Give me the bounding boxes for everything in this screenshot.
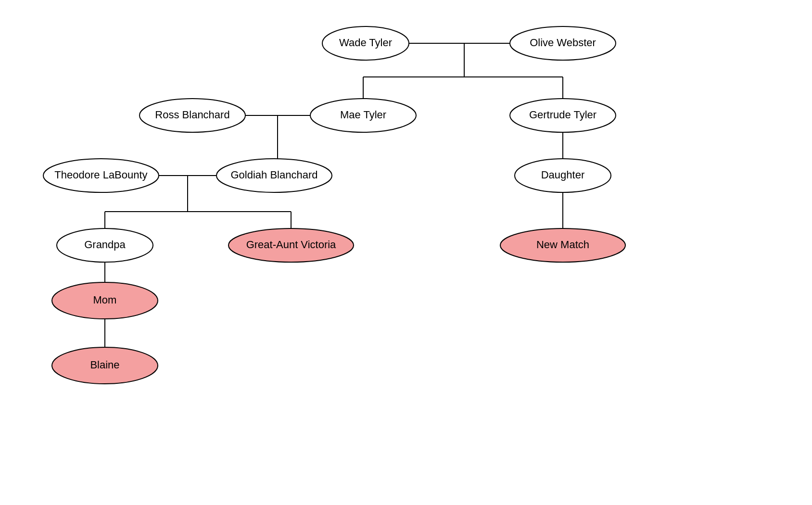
label-olive_webster: Olive Webster [530,37,596,49]
label-wade_tyler: Wade Tyler [339,37,392,49]
node-great_aunt[interactable]: Great-Aunt Victoria [228,228,354,262]
node-ross_blanchard[interactable]: Ross Blanchard [140,99,245,132]
node-grandpa[interactable]: Grandpa [57,228,153,262]
node-new_match[interactable]: New Match [500,228,625,262]
label-great_aunt: Great-Aunt Victoria [246,239,336,251]
label-goldiah_blanchard: Goldiah Blanchard [230,169,317,181]
label-ross_blanchard: Ross Blanchard [155,109,229,121]
node-daughter[interactable]: Daughter [515,159,611,192]
label-new_match: New Match [536,239,589,251]
label-theodore_labounty: Theodore LaBounty [54,169,147,181]
node-wade_tyler[interactable]: Wade Tyler [322,26,409,60]
label-blaine: Blaine [90,359,119,371]
label-mae_tyler: Mae Tyler [340,109,386,121]
label-gertrude_tyler: Gertrude Tyler [529,109,596,121]
label-daughter: Daughter [541,169,585,181]
node-blaine[interactable]: Blaine [52,347,158,384]
node-theodore_labounty[interactable]: Theodore LaBounty [43,159,159,192]
label-grandpa: Grandpa [84,239,126,251]
node-goldiah_blanchard[interactable]: Goldiah Blanchard [216,159,332,192]
node-olive_webster[interactable]: Olive Webster [510,26,616,60]
family-tree: Wade TylerOlive WebsterMae TylerRoss Bla… [0,0,812,505]
node-gertrude_tyler[interactable]: Gertrude Tyler [510,99,616,132]
node-mom[interactable]: Mom [52,282,158,319]
label-mom: Mom [93,294,117,306]
node-mae_tyler[interactable]: Mae Tyler [310,99,416,132]
